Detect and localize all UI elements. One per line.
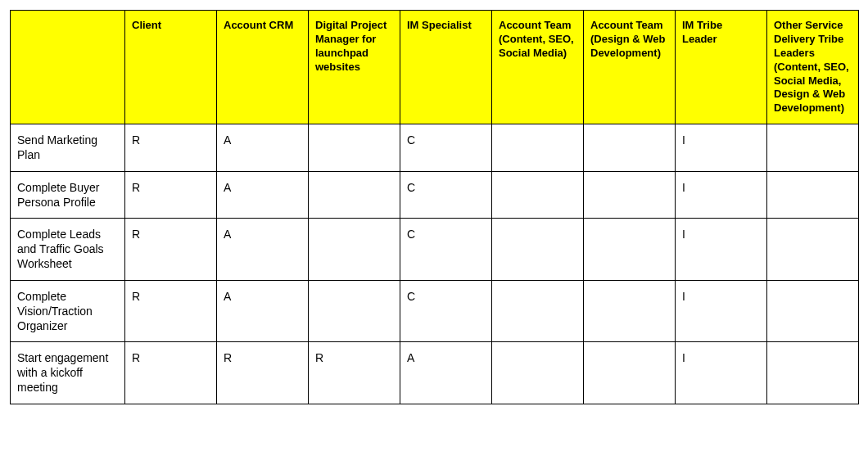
raci-cell (492, 218, 584, 280)
header-task (11, 11, 125, 124)
raci-cell: A (400, 342, 492, 404)
raci-cell (767, 342, 859, 404)
raci-cell: I (676, 124, 767, 171)
raci-cell: R (309, 342, 400, 404)
raci-cell: R (125, 124, 217, 171)
raci-cell: C (400, 218, 492, 280)
raci-cell: I (676, 280, 767, 342)
raci-cell (767, 280, 859, 342)
table-row: Send Marketing Plan R A C I (11, 124, 859, 171)
raci-cell: R (125, 280, 217, 342)
header-digital-pm: Digital Project Manager for launchpad we… (309, 11, 400, 124)
header-other-tribe-leaders: Other Service Delivery Tribe Leaders (Co… (767, 11, 859, 124)
raci-cell: I (676, 342, 767, 404)
raci-cell (767, 124, 859, 171)
raci-cell (584, 280, 676, 342)
header-account-crm: Account CRM (217, 11, 309, 124)
task-cell: Complete Buyer Persona Profile (11, 171, 125, 218)
task-cell: Complete Vision/Traction Organizer (11, 280, 125, 342)
raci-cell (492, 342, 584, 404)
raci-cell (584, 342, 676, 404)
header-im-tribe-leader: IM Tribe Leader (676, 11, 767, 124)
raci-cell (309, 124, 400, 171)
header-client: Client (125, 11, 217, 124)
header-account-team-content: Account Team (Content, SEO, Social Media… (492, 11, 584, 124)
raci-cell (584, 218, 676, 280)
raci-cell (767, 218, 859, 280)
raci-cell: I (676, 218, 767, 280)
header-account-team-design: Account Team (Design & Web Development) (584, 11, 676, 124)
raci-cell: A (217, 218, 309, 280)
raci-cell (492, 280, 584, 342)
raci-cell (492, 124, 584, 171)
raci-cell: A (217, 124, 309, 171)
header-row: Client Account CRM Digital Project Manag… (11, 11, 859, 124)
task-cell: Send Marketing Plan (11, 124, 125, 171)
raci-cell: R (125, 218, 217, 280)
raci-table: Client Account CRM Digital Project Manag… (10, 10, 859, 404)
raci-cell: R (217, 342, 309, 404)
table-row: Complete Leads and Traffic Goals Workshe… (11, 218, 859, 280)
raci-cell: C (400, 124, 492, 171)
raci-cell (309, 171, 400, 218)
task-cell: Complete Leads and Traffic Goals Workshe… (11, 218, 125, 280)
table-row: Start engagement with a kickoff meeting … (11, 342, 859, 404)
header-im-specialist: IM Specialist (400, 11, 492, 124)
raci-cell: R (125, 171, 217, 218)
table-row: Complete Buyer Persona Profile R A C I (11, 171, 859, 218)
raci-cell (309, 218, 400, 280)
task-cell: Start engagement with a kickoff meeting (11, 342, 125, 404)
table-header: Client Account CRM Digital Project Manag… (11, 11, 859, 124)
raci-cell (492, 171, 584, 218)
raci-cell: A (217, 171, 309, 218)
raci-cell (309, 280, 400, 342)
table-row: Complete Vision/Traction Organizer R A C… (11, 280, 859, 342)
raci-cell: R (125, 342, 217, 404)
raci-cell: A (217, 280, 309, 342)
raci-cell (767, 171, 859, 218)
raci-cell (584, 124, 676, 171)
raci-cell: C (400, 280, 492, 342)
raci-cell: C (400, 171, 492, 218)
raci-cell (584, 171, 676, 218)
table-body: Send Marketing Plan R A C I Complete Buy… (11, 124, 859, 404)
raci-cell: I (676, 171, 767, 218)
